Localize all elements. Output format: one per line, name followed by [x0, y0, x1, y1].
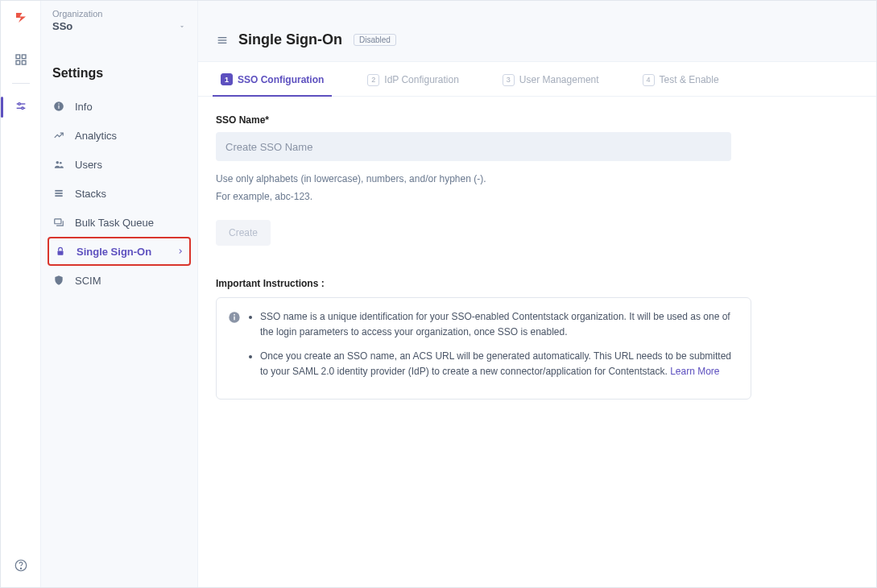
svg-rect-1 — [22, 55, 26, 59]
queue-icon — [52, 216, 65, 229]
svg-rect-17 — [55, 195, 62, 197]
sidebar-item-users[interactable]: Users — [41, 150, 197, 179]
step-number: 3 — [503, 74, 515, 86]
instructions-box: SSO name is a unique identification for … — [216, 297, 751, 400]
instruction-item-1: SSO name is a unique identification for … — [260, 309, 736, 340]
svg-point-13 — [56, 161, 60, 164]
info-icon — [228, 311, 241, 324]
sso-name-label: SSO Name* — [216, 114, 858, 126]
page-title: Single Sign-On — [238, 31, 342, 48]
users-icon — [52, 158, 65, 171]
sidebar-item-sso[interactable]: Single Sign-On — [48, 237, 191, 266]
svg-rect-16 — [55, 193, 62, 194]
main-content: Single Sign-On Disabled 1 SSO Configurat… — [198, 1, 876, 587]
chevron-right-icon — [176, 247, 184, 255]
nav-settings-icon[interactable] — [9, 95, 33, 119]
settings-sidebar: Organization SSo Settings Info Analytics… — [41, 1, 198, 587]
tab-label: IdP Configuration — [384, 74, 459, 85]
helper-text-2: For example, abc-123. — [216, 188, 858, 206]
step-tabs: 1 SSO Configuration 2 IdP Configuration … — [198, 62, 876, 97]
svg-rect-0 — [16, 55, 20, 59]
sidebar-item-info[interactable]: Info — [41, 92, 197, 121]
svg-point-14 — [60, 162, 62, 164]
tab-label: SSO Configuration — [238, 74, 324, 85]
svg-point-12 — [58, 103, 60, 105]
chevron-down-icon — [178, 23, 186, 31]
stacks-icon — [52, 187, 65, 200]
nav-rail — [1, 1, 41, 587]
step-number: 1 — [221, 73, 233, 85]
learn-more-link[interactable]: Learn More — [670, 366, 719, 377]
shield-icon — [52, 274, 65, 287]
menu-icon[interactable] — [216, 34, 229, 47]
svg-point-5 — [18, 103, 20, 106]
sso-name-input[interactable] — [216, 132, 731, 161]
instruction-item-2: Once you create an SSO name, an ACS URL … — [260, 349, 736, 379]
sidebar-item-label: Info — [75, 101, 93, 113]
page-header: Single Sign-On Disabled — [198, 1, 876, 62]
help-icon[interactable] — [14, 558, 28, 573]
tab-test-enable[interactable]: 4 Test & Enable — [635, 62, 727, 96]
status-badge: Disabled — [354, 34, 396, 46]
svg-rect-18 — [55, 219, 61, 224]
svg-rect-19 — [58, 251, 64, 255]
svg-rect-11 — [58, 106, 59, 109]
sidebar-item-label: Single Sign-On — [77, 246, 151, 258]
sidebar-item-bulk-task[interactable]: Bulk Task Queue — [41, 208, 197, 237]
svg-point-7 — [21, 107, 23, 110]
org-name: SSo — [52, 20, 72, 32]
sidebar-item-label: Bulk Task Queue — [75, 217, 154, 229]
analytics-icon — [52, 129, 65, 142]
sidebar-item-label: Users — [75, 159, 102, 171]
instructions-heading: Important Instructions : — [216, 278, 858, 289]
sidebar-heading: Settings — [41, 37, 197, 92]
sidebar-item-analytics[interactable]: Analytics — [41, 121, 197, 150]
tab-label: User Management — [519, 74, 599, 85]
sidebar-item-label: Stacks — [75, 188, 106, 200]
lock-icon — [54, 245, 67, 258]
tab-label: Test & Enable — [660, 74, 719, 85]
org-label: Organization — [52, 9, 186, 19]
sidebar-item-label: SCIM — [75, 275, 101, 287]
tab-sso-configuration[interactable]: 1 SSO Configuration — [213, 62, 332, 97]
logo-icon — [14, 10, 28, 25]
sidebar-item-scim[interactable]: SCIM — [41, 266, 197, 295]
nav-dashboard-icon[interactable] — [9, 48, 33, 72]
svg-rect-15 — [55, 190, 62, 192]
info-icon — [52, 100, 65, 113]
nav-divider — [12, 83, 30, 84]
org-selector[interactable]: Organization SSo — [41, 1, 197, 37]
svg-point-25 — [234, 314, 235, 316]
tab-user-management[interactable]: 3 User Management — [494, 62, 607, 96]
tab-idp-configuration[interactable]: 2 IdP Configuration — [359, 62, 467, 96]
create-button[interactable]: Create — [216, 220, 271, 246]
svg-rect-24 — [234, 317, 234, 321]
step-number: 4 — [643, 74, 655, 86]
helper-text-1: Use only alphabets (in lowercase), numbe… — [216, 171, 858, 188]
svg-point-9 — [20, 568, 21, 569]
svg-rect-2 — [16, 60, 20, 64]
step-number: 2 — [367, 74, 379, 86]
sidebar-item-stacks[interactable]: Stacks — [41, 179, 197, 208]
svg-rect-3 — [22, 60, 26, 64]
sidebar-item-label: Analytics — [75, 130, 117, 142]
